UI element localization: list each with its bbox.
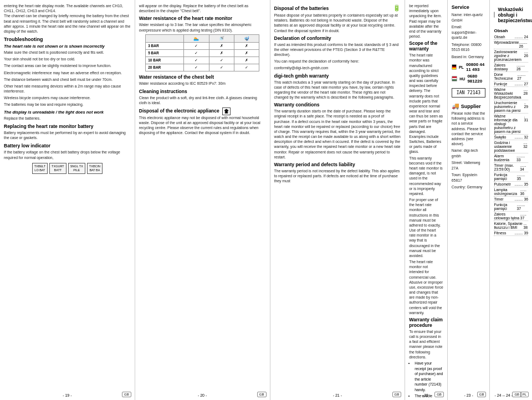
service-email: Email: support@inter-quartz.de (452, 24, 486, 40)
flag-de-icon (452, 64, 457, 70)
warranty-conditions-heading: Warranty conditions (274, 102, 401, 107)
disposal-appliance-text: This electronic appliance may not be dis… (139, 115, 266, 136)
toc-heading: Obsah (494, 28, 528, 33)
bar-3-val1: ✓ (184, 42, 209, 49)
disposal-batteries-text: Please dispose of your batteries properl… (274, 13, 401, 33)
toc-item-alarm: Alarm budzenia........ 33 (494, 154, 528, 163)
toc-item-swiatlo: Świętło........ 32 (494, 135, 528, 140)
toc-item-timer2: Timer........ 36 (494, 197, 528, 202)
scope-text2: This warranty becomes void if the heart … (409, 156, 443, 196)
page-23-badge: GB (477, 392, 487, 397)
ts-tip6: Other heart rate measuring devices withi… (4, 84, 131, 94)
toc-item-timer1: Timer (max. 23:59:00)...... 34 (494, 163, 528, 172)
service-name: Name: inter-quartz GmbH (452, 12, 486, 23)
toc-label: Funkcja pamięci (494, 173, 516, 181)
supplier-name: Name: digi-tech gmbh (452, 148, 486, 158)
toc-page: . 31 (524, 114, 528, 134)
ean-box: IAN 72143 (452, 88, 485, 98)
battery-display: TXBELTLO BAT TXGURTBATT SNGL TXPILE TXBC… (4, 163, 131, 174)
flag-hu-icon (452, 76, 457, 81)
supplier-town: Town: Eppstein 65817 (452, 172, 486, 183)
toc-label: Funkcje (494, 82, 507, 86)
ts-tip5: The distance between watch and chest bel… (4, 77, 131, 82)
toc-page: ........ 35 (514, 182, 528, 186)
scope-text3: For proper use of the heart rate monitor… (409, 197, 443, 258)
supplier-heading: 🚚Supplier (452, 102, 486, 110)
toc-page: ........ 27 (514, 82, 528, 86)
battery-disposal-icon: 🔋 (393, 4, 401, 12)
ts-tip1: Make sure the chest belt is positioned c… (4, 50, 131, 55)
toc-page: ...... 34 (520, 163, 528, 171)
toc-item-uruchomienie: Uruchomienie pulsometru z pasem na piers… (494, 101, 528, 114)
toc-item-zastosowanie: Zastosowanie zgodne z przeznaczeniem....… (494, 50, 528, 63)
page-24-left-number: - 24 - (494, 393, 503, 397)
page-24-right-badge: PL (520, 392, 529, 397)
heart-rate-not-shown-heading: The heart rate is not shown or is shown … (4, 44, 131, 49)
warranty-heading: digi-tech gmbh warranty (274, 73, 401, 79)
bar-10-val1: ✓ (184, 57, 209, 64)
toc-page: .... 32 (523, 141, 528, 152)
page-20: will appear on the display. Replace the … (135, 0, 270, 400)
warranty-period-text: The warranty period is not increased by … (274, 168, 401, 184)
page-21-badge: GB (392, 392, 402, 397)
bar-10-val2: ✓ (209, 57, 234, 64)
scope-text4: The heart rate monitor not intended for … (409, 259, 443, 315)
page-19-badge: GB (122, 392, 131, 397)
pl-header: Wskazówki obsługi i bezpieczeństwa (494, 3, 528, 25)
bar-5-val3: ✗ (234, 49, 259, 57)
table-row-10bar: 10 BAR ✓ ✓ ✗ (146, 57, 259, 64)
supplier-country: Country: Germany (452, 184, 486, 190)
page-20-badge: GB (257, 392, 267, 397)
toc-item-funkcja-pamieci1: Funkcja pamięci........ 35 (494, 173, 528, 182)
toc-item-fitness: Fitness........ 39 (494, 231, 528, 236)
ts-tip2: Your skin should not be too dry or too c… (4, 57, 131, 61)
disposal-appliance-heading: Disposal of the electronic appliance 🗑 (139, 108, 266, 114)
toc-label: Fitness (494, 231, 506, 235)
toc-page: ...... 36 (520, 188, 528, 196)
bar-3-val3: ✗ (234, 42, 259, 49)
toc-page: ........ 27 (517, 73, 528, 80)
bar-20-val1: ✓ (184, 64, 209, 71)
toc-item-funkcje: Funkcje........ 27 (494, 82, 528, 87)
toc-page: ........ 26 (516, 63, 528, 71)
flag-pl-icon (494, 12, 495, 18)
declaration-conformity-heading: Declaration of conformity (274, 35, 401, 41)
supplier-street: Street: Valterweg 27A (452, 160, 486, 171)
water-resistance-belt-text: Water resistance according to IEC 60529 … (139, 81, 266, 86)
toc-label: Obsah (494, 35, 505, 39)
replacing-battery-text: Battery replacements must be performed b… (4, 130, 131, 140)
bar-20-label: 20 BAR (146, 64, 184, 71)
page-24-pl: Wskazówki obsługi i bezpieczeństwa Obsah… (490, 0, 532, 400)
warranty-claim-item1: Have your receipt (as proof of purchase)… (415, 361, 443, 392)
toc-label: Godzina i ustawienie podstawowe (494, 141, 523, 152)
scope-text1: The heart rate monitor was manufactured … (409, 53, 443, 154)
toc-page: ...... 37 (520, 212, 528, 220)
toc-item-wazne-wskazowki: Ważne Wskazówki Bezpieczeństwa.... 28 (494, 88, 528, 100)
page-22: be reported immediately upon unpacking t… (405, 0, 448, 400)
toc-label: Alarm budzenia (494, 154, 516, 162)
table-row-5bar: 5 BAR ✓ ✗ ✗ (146, 49, 259, 57)
toc-item-wazne-info: Ważne informacje dla obsługi pulsometru … (494, 114, 528, 135)
service-hu-label: HU (459, 77, 465, 81)
ts-tip8: The batteries may be low and require rep… (4, 102, 131, 107)
scope-warranty-heading: Scope of the warranty (409, 40, 443, 52)
pl-main-heading: Wskazówki obsługi i bezpieczeństwa (498, 7, 532, 23)
page-22-number: - 22 - (422, 393, 431, 397)
bar-5-val2: ✗ (209, 49, 234, 57)
table-row-3bar: 3 BAR ✓ ✗ ✗ (146, 42, 259, 49)
table-header-icon1: 🏊 (184, 34, 209, 42)
bar-20-val3: ✓ (234, 64, 259, 71)
declaration-text1: If used as intended this product conform… (274, 42, 401, 58)
disposal-icon: 🗑 (222, 107, 231, 115)
battery-box-2: TXGURTBATT (49, 163, 66, 174)
toc-page: ........ 32 (514, 135, 528, 139)
page-24-right-number: - 24 - (504, 393, 513, 397)
ts-tip4: Electromagnetic interference may have an… (4, 70, 131, 75)
toc-label: Zakres celowego tętna (494, 212, 520, 220)
warranty-claim-heading: Warranty claim procedure (409, 317, 443, 328)
service-de-label: PL (459, 65, 464, 69)
toc-label: Timer (494, 197, 503, 201)
table-header-icon2: 🚿 (209, 34, 234, 42)
bar-20-val2: ✓ (209, 64, 234, 71)
toc-label: Zakres dostawy (494, 63, 516, 71)
